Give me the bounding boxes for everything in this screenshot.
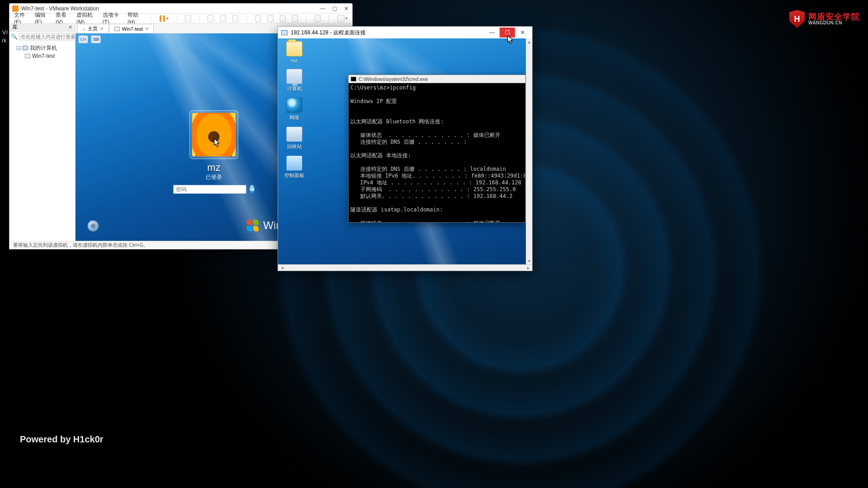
background-text-fragment: rk <box>2 37 7 44</box>
close-button[interactable]: ✕ <box>515 28 530 38</box>
minimize-button[interactable]: — <box>484 28 500 38</box>
vertical-scrollbar[interactable]: ▴ ▾ <box>526 38 532 264</box>
tree-vm-item[interactable]: Win7-test <box>12 52 72 60</box>
scroll-up-icon[interactable]: ▴ <box>528 39 530 44</box>
scroll-down-icon[interactable]: ▾ <box>528 258 530 263</box>
desktop-icon-label: 回收站 <box>282 143 307 150</box>
vmware-title: Win7-test - VMware Workstation <box>21 5 99 12</box>
control-icon <box>286 155 302 171</box>
desktop-icon-computer[interactable]: 计算机 <box>282 69 307 92</box>
desktop-icon-control[interactable]: 控制面板 <box>282 155 307 179</box>
brand-watermark: H 网盾安全学院 WANGDUN.CN <box>789 10 860 28</box>
tree-root-my-computer[interactable]: − 我的计算机 <box>12 44 72 52</box>
user-avatar <box>192 113 236 157</box>
page-footer-text: Powered by H1ck0r <box>20 434 104 445</box>
brand-name-cn: 网盾安全学院 <box>808 13 860 21</box>
desktop-icon-mz[interactable]: mz <box>282 41 307 63</box>
separator <box>329 15 329 22</box>
toolbar-icon[interactable] <box>292 15 298 22</box>
rdp-window: 192.168.44.128 - 远程桌面连接 — ❐ ✕ mz计算机网络回收站… <box>278 26 533 271</box>
vmware-app-icon <box>12 5 19 12</box>
separator <box>177 15 177 22</box>
guest-keyboard-icon[interactable]: ⌨ <box>91 35 101 43</box>
tab-vm[interactable]: Win7-test ✕ <box>109 24 154 33</box>
remote-desktop[interactable]: mz计算机网络回收站控制面板 C:\Windows\system32\cmd.e… <box>278 38 526 264</box>
rdp-title: 192.168.44.128 - 远程桌面连接 <box>291 29 366 37</box>
restore-button[interactable]: ❐ <box>500 28 515 38</box>
tab-close-icon[interactable]: ✕ <box>100 26 104 31</box>
login-status: 已登录 <box>173 174 255 181</box>
library-close-icon[interactable]: ✕ <box>68 24 72 30</box>
win7-login-panel: mz 已登录 ➔ <box>173 110 255 194</box>
tree-root-label: 我的计算机 <box>30 44 57 52</box>
tab-close-icon[interactable]: ✕ <box>145 26 149 31</box>
desktop-icon-label: 控制面板 <box>282 172 307 179</box>
vmware-menubar: 文件(F) 编辑(E) 查看(V) 虚拟机(M) 选项卡(T) 帮助(H) ▾ … <box>9 14 352 23</box>
search-icon: 🔍 <box>11 33 18 40</box>
tree-vm-label: Win7-test <box>32 53 55 59</box>
separator <box>151 15 151 22</box>
scroll-left-icon[interactable]: ◂ <box>279 265 285 270</box>
brand-shield-icon: H <box>789 10 805 28</box>
cmd-icon <box>351 77 356 81</box>
login-username: mz <box>173 162 255 174</box>
tab-vm-label: Win7-test <box>122 26 143 32</box>
guest-lang-indicator[interactable]: CH <box>78 35 88 43</box>
login-submit-button[interactable]: ➔ <box>249 184 255 194</box>
desktop-icon-label: 网络 <box>282 114 307 121</box>
desktop-icon-recycle[interactable]: 回收站 <box>282 127 307 150</box>
cmd-title: C:\Windows\system32\cmd.exe <box>359 76 428 82</box>
library-title: 库 <box>12 23 18 31</box>
tree-collapse-icon[interactable]: − <box>17 46 21 50</box>
toolbar-icon[interactable] <box>315 15 321 22</box>
cmd-window[interactable]: C:\Windows\system32\cmd.exe C:\Users\mz>… <box>348 75 526 223</box>
separator <box>246 15 247 22</box>
toolbar-dropdown[interactable]: ▾ <box>337 15 348 22</box>
rdp-icon <box>281 30 288 35</box>
desktop-icon-label: 计算机 <box>282 85 307 92</box>
network-icon <box>286 98 302 113</box>
toolbar-icon[interactable] <box>255 15 261 22</box>
brand-name-en: WANGDUN.CN <box>808 21 860 25</box>
desktop-icon-label: mz <box>282 58 307 63</box>
home-icon: ⌂ <box>82 26 85 32</box>
library-sidebar: 库 ✕ 🔍 ▾ − 我的计算机 Win7-test <box>9 23 75 241</box>
toolbar-snapshot-icon[interactable] <box>185 15 191 22</box>
maximize-button[interactable]: ▢ <box>331 5 338 12</box>
windows-flag-icon <box>247 220 259 231</box>
password-input[interactable] <box>173 185 246 194</box>
scroll-right-icon[interactable]: ▸ <box>525 265 531 270</box>
recycle-icon <box>286 127 302 142</box>
rdp-client-area[interactable]: mz计算机网络回收站控制面板 C:\Windows\system32\cmd.e… <box>278 38 532 264</box>
toolbar-icon[interactable] <box>267 15 273 22</box>
tab-home-label: 主页 <box>88 25 98 32</box>
user-avatar-frame <box>189 110 238 159</box>
tab-home[interactable]: ⌂ 主页 ✕ <box>77 24 108 33</box>
toolbar-icon[interactable] <box>208 15 213 22</box>
toolbar-icon[interactable] <box>232 15 238 22</box>
cmd-titlebar[interactable]: C:\Windows\system32\cmd.exe <box>349 75 525 83</box>
horizontal-scrollbar[interactable]: ◂ ▸ <box>278 264 532 271</box>
toolbar-icon[interactable] <box>280 15 286 22</box>
close-button[interactable]: ✕ <box>343 5 349 12</box>
separator <box>306 15 307 22</box>
separator <box>199 15 200 22</box>
mz-icon <box>286 41 302 56</box>
vm-icon <box>114 27 120 31</box>
toolbar-icon[interactable] <box>220 15 226 22</box>
ease-of-access-button[interactable]: ✲ <box>87 220 99 232</box>
vm-icon <box>25 54 30 58</box>
minimize-button[interactable]: — <box>320 5 326 12</box>
computer-icon <box>286 69 302 84</box>
cmd-output: C:\Users\mz>ipconfig Windows IP 配置 以太网适配… <box>349 83 525 222</box>
desktop-icon-network[interactable]: 网络 <box>282 98 307 121</box>
background-text-fragment: VI <box>2 29 8 36</box>
suspend-button[interactable]: ▾ <box>159 15 169 22</box>
rdp-titlebar[interactable]: 192.168.44.128 - 远程桌面连接 — ❐ ✕ <box>278 27 532 38</box>
computer-icon <box>23 46 28 50</box>
